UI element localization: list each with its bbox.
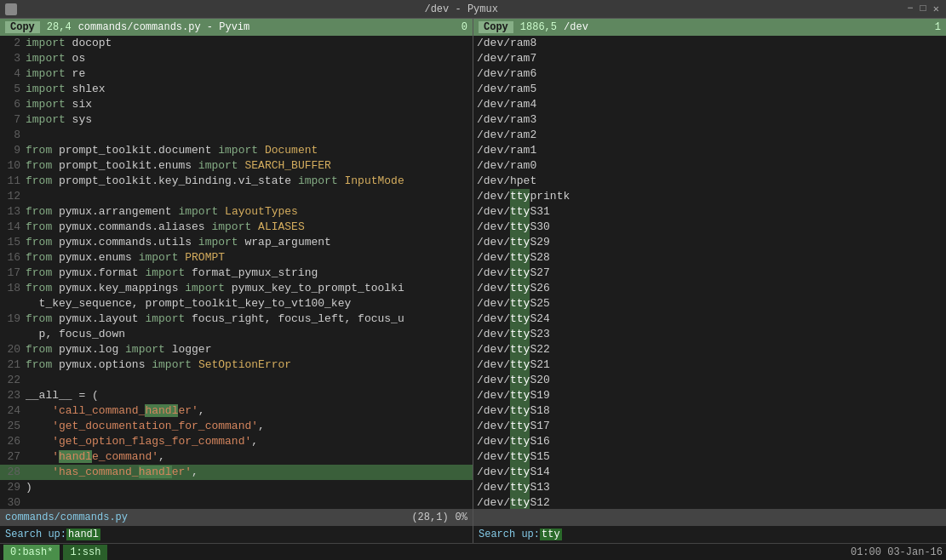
tab-item[interactable]: 0:bash*: [3, 545, 60, 560]
code-line: 17 from pymux.format import format_pymux…: [0, 266, 473, 281]
code-line: 19 from pymux.layout import focus_right,…: [0, 311, 473, 327]
code-line: 11 from prompt_toolkit.key_binding.vi_st…: [0, 174, 473, 189]
panes-row: Copy 28,4 commands/commands.py - Pyvim 0…: [0, 19, 946, 509]
left-code-area: 2 import docopt 3 import os 4 import re: [0, 36, 473, 509]
tty-highlight: tty: [510, 281, 530, 296]
right-list-area: /dev/ram8/dev/ram7/dev/ram6/dev/ram5/dev…: [473, 36, 946, 509]
tty-highlight: tty: [510, 419, 530, 434]
tty-highlight: tty: [510, 311, 530, 327]
code-line: 2 import docopt: [0, 36, 473, 51]
list-item: /dev/ttyS15: [473, 449, 946, 465]
tty-highlight: tty: [510, 495, 530, 509]
tty-highlight: tty: [510, 204, 530, 220]
tty-highlight: tty: [510, 235, 530, 250]
left-bottom-percent: 0%: [456, 511, 467, 523]
list-item: /dev/ttyS25: [473, 296, 946, 311]
code-line: 21 from pymux.options import SetOptionEr…: [0, 357, 473, 373]
right-num: 1: [935, 21, 941, 33]
list-item: /dev/ttyS12: [473, 495, 946, 509]
list-item: /dev/ram0: [473, 158, 946, 174]
right-status-bar: Copy 1886,5 /dev 1: [473, 19, 946, 36]
left-mode-label: Copy: [5, 21, 40, 33]
left-pane: Copy 28,4 commands/commands.py - Pyvim 0…: [0, 19, 473, 509]
left-filename: commands/commands.py - Pyvim: [78, 21, 455, 33]
code-line: 20 from pymux.log import logger: [0, 342, 473, 357]
code-line: 25 'get_documentation_for_command',: [0, 419, 473, 434]
list-item: /dev/ttyS14: [473, 465, 946, 480]
list-item: /dev/ttyprintk: [473, 189, 946, 204]
list-item: /dev/ram5: [473, 82, 946, 97]
code-line: 4 import re: [0, 66, 473, 82]
list-item: /dev/ttyS18: [473, 403, 946, 419]
right-search-label: Search up:: [479, 529, 540, 540]
list-item: /dev/ttyS29: [473, 235, 946, 250]
tab-item[interactable]: 1:ssh: [63, 545, 107, 560]
list-item: /dev/ram6: [473, 66, 946, 82]
code-line: 23 __all__ = (: [0, 388, 473, 403]
tabs-container: 0:bash*1:ssh: [3, 545, 107, 560]
tty-highlight: tty: [510, 342, 530, 357]
code-line-wrap: t_key_sequence, prompt_toolkit_key_to_vt…: [0, 296, 473, 311]
code-line-wrap: p, focus_down: [0, 327, 473, 342]
code-line: 29 ): [0, 480, 473, 495]
right-filename: /dev: [564, 21, 928, 33]
list-item: /dev/ttyS28: [473, 250, 946, 266]
list-item: /dev/ttyS16: [473, 434, 946, 449]
minimize-button[interactable]: −: [905, 3, 914, 15]
list-item: /dev/ttyS26: [473, 281, 946, 296]
code-line: 30: [0, 495, 473, 509]
list-item: /dev/ttyS21: [473, 357, 946, 373]
right-position: 1886,5: [520, 21, 557, 33]
code-line: 18 from pymux.key_mappings import pymux_…: [0, 281, 473, 296]
right-list-container: /dev/ram8/dev/ram7/dev/ram6/dev/ram5/dev…: [473, 36, 946, 509]
list-item: /dev/ram1: [473, 143, 946, 158]
bottom-status-row: commands/commands.py (28,1) 0%: [0, 509, 946, 526]
code-line-selected: 28 'has_command_handler',: [0, 465, 473, 480]
tab-bar: 0:bash*1:ssh 01:00 03-Jan-16: [0, 543, 946, 560]
window-title: /dev - Pymux: [17, 3, 905, 15]
left-position: 28,4: [47, 21, 72, 33]
tty-highlight: tty: [510, 189, 530, 204]
main-container: Copy 28,4 commands/commands.py - Pyvim 0…: [0, 19, 946, 560]
right-mode-label: Copy: [479, 21, 513, 33]
title-bar: /dev - Pymux − □ ✕: [0, 0, 946, 19]
left-bottom-status: commands/commands.py (28,1) 0%: [0, 509, 473, 526]
window-controls[interactable]: − □ ✕: [905, 3, 941, 15]
tty-highlight: tty: [510, 434, 530, 449]
list-item: /dev/ttyS22: [473, 342, 946, 357]
code-line: 26 'get_option_flags_for_command',: [0, 434, 473, 449]
left-right-info: 0: [462, 21, 467, 33]
right-search-term: tty: [540, 529, 562, 540]
left-search: Search up: handl: [0, 526, 473, 543]
code-line: 6 import six: [0, 97, 473, 112]
code-line: 3 import os: [0, 51, 473, 66]
list-item: /dev/ttyS17: [473, 419, 946, 434]
code-line: 10 from prompt_toolkit.enums import SEAR…: [0, 158, 473, 174]
tty-highlight: tty: [510, 480, 530, 495]
list-item: /dev/ram2: [473, 128, 946, 143]
left-bottom-position: (28,1): [411, 511, 448, 523]
left-search-term: handl: [66, 529, 100, 540]
tty-highlight: tty: [510, 357, 530, 373]
list-item: /dev/hpet: [473, 174, 946, 189]
list-item: /dev/ttyS27: [473, 266, 946, 281]
code-line: 9 from prompt_toolkit.document import Do…: [0, 143, 473, 158]
maximize-button[interactable]: □: [919, 3, 928, 15]
tty-highlight: tty: [510, 296, 530, 311]
close-button[interactable]: ✕: [932, 3, 941, 15]
tty-highlight: tty: [510, 465, 530, 480]
left-search-label: Search up:: [5, 529, 66, 540]
code-line: 24 'call_command_handler',: [0, 403, 473, 419]
tty-highlight: tty: [510, 403, 530, 419]
list-item: /dev/ram3: [473, 112, 946, 128]
code-container: 2 import docopt 3 import os 4 import re: [0, 36, 473, 509]
code-line: 7 import sys: [0, 112, 473, 128]
list-item: /dev/ttyS20: [473, 373, 946, 388]
list-item: /dev/ram8: [473, 36, 946, 51]
tty-highlight: tty: [510, 388, 530, 403]
list-item: /dev/ram7: [473, 51, 946, 66]
right-pane: Copy 1886,5 /dev 1 /dev/ram8/dev/ram7/de…: [473, 19, 946, 509]
code-line: 22: [0, 373, 473, 388]
right-search: Search up: tty: [473, 526, 946, 543]
bottom-area: commands/commands.py (28,1) 0% Search up…: [0, 509, 946, 560]
